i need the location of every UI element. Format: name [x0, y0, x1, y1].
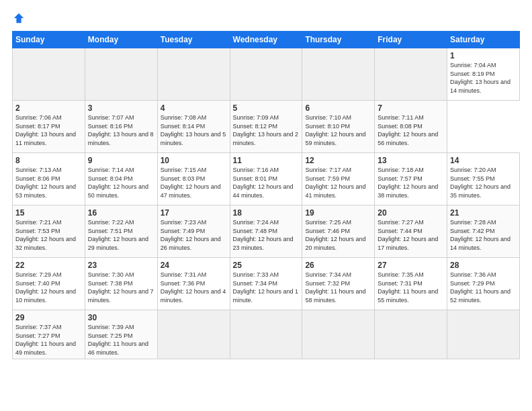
day-info: Sunrise: 7:14 AMSunset: 8:04 PMDaylight:…	[88, 166, 154, 199]
day-info: Sunrise: 7:09 AMSunset: 8:12 PMDaylight:…	[233, 113, 300, 147]
calendar-cell: 19Sunrise: 7:25 AMSunset: 7:46 PMDayligh…	[302, 205, 375, 258]
calendar-week-row: 15Sunrise: 7:21 AMSunset: 7:53 PMDayligh…	[13, 205, 520, 258]
day-info: Sunrise: 7:21 AMSunset: 7:53 PMDaylight:…	[15, 218, 82, 252]
calendar-cell: 3Sunrise: 7:07 AMSunset: 8:16 PMDaylight…	[85, 101, 157, 153]
day-number: 14	[450, 156, 517, 165]
calendar-cell: 11Sunrise: 7:16 AMSunset: 8:01 PMDayligh…	[230, 153, 302, 205]
day-info: Sunrise: 7:34 AMSunset: 7:32 PMDaylight:…	[305, 271, 371, 304]
calendar-header-cell: Wednesday	[230, 32, 302, 48]
day-number: 25	[233, 261, 300, 270]
calendar-cell	[302, 48, 375, 101]
day-info: Sunrise: 7:11 AMSunset: 8:08 PMDaylight:…	[378, 113, 444, 147]
calendar-cell: 20Sunrise: 7:27 AMSunset: 7:44 PMDayligh…	[375, 205, 447, 258]
day-number: 20	[378, 208, 444, 218]
calendar-cell: 5Sunrise: 7:09 AMSunset: 8:12 PMDaylight…	[230, 101, 302, 153]
day-number: 15	[15, 208, 82, 218]
day-info: Sunrise: 7:13 AMSunset: 8:06 PMDaylight:…	[15, 166, 82, 199]
calendar-header-row: SundayMondayTuesdayWednesdayThursdayFrid…	[13, 32, 520, 48]
day-number: 5	[233, 103, 300, 113]
calendar-cell: 29Sunrise: 7:37 AMSunset: 7:27 PMDayligh…	[13, 310, 85, 359]
day-number: 30	[88, 313, 154, 322]
calendar-cell	[375, 310, 447, 359]
calendar-cell: 15Sunrise: 7:21 AMSunset: 7:53 PMDayligh…	[13, 205, 85, 258]
logo-text	[12, 12, 26, 24]
day-number: 21	[450, 208, 517, 218]
calendar-week-row: 29Sunrise: 7:37 AMSunset: 7:27 PMDayligh…	[13, 310, 520, 359]
calendar-cell: 12Sunrise: 7:17 AMSunset: 7:59 PMDayligh…	[302, 153, 375, 205]
calendar-week-row: 22Sunrise: 7:29 AMSunset: 7:40 PMDayligh…	[13, 258, 520, 310]
calendar-cell: 27Sunrise: 7:35 AMSunset: 7:31 PMDayligh…	[375, 258, 447, 310]
day-number: 13	[378, 156, 444, 165]
calendar-cell: 4Sunrise: 7:08 AMSunset: 8:14 PMDaylight…	[157, 101, 230, 153]
calendar-cell: 22Sunrise: 7:29 AMSunset: 7:40 PMDayligh…	[13, 258, 85, 310]
logo	[12, 12, 26, 24]
calendar-cell: 25Sunrise: 7:33 AMSunset: 7:34 PMDayligh…	[230, 258, 302, 310]
svg-marker-0	[14, 13, 24, 23]
calendar-cell: 26Sunrise: 7:34 AMSunset: 7:32 PMDayligh…	[302, 258, 375, 310]
calendar-cell: 1Sunrise: 7:04 AMSunset: 8:19 PMDaylight…	[447, 48, 520, 101]
header	[12, 12, 520, 24]
calendar-cell: 6Sunrise: 7:10 AMSunset: 8:10 PMDaylight…	[302, 101, 375, 153]
calendar-cell	[13, 48, 85, 101]
day-number: 7	[378, 103, 444, 113]
day-number: 11	[233, 156, 300, 165]
day-info: Sunrise: 7:18 AMSunset: 7:57 PMDaylight:…	[378, 166, 444, 199]
calendar-cell	[157, 48, 230, 101]
day-info: Sunrise: 7:39 AMSunset: 7:25 PMDaylight:…	[88, 323, 154, 357]
calendar-cell: 13Sunrise: 7:18 AMSunset: 7:57 PMDayligh…	[375, 153, 447, 205]
calendar-cell	[447, 310, 520, 359]
day-number: 18	[233, 208, 300, 218]
calendar-cell	[302, 310, 375, 359]
calendar-cell: 24Sunrise: 7:31 AMSunset: 7:36 PMDayligh…	[157, 258, 230, 310]
day-number: 9	[88, 156, 154, 165]
day-number: 23	[88, 261, 154, 270]
calendar-week-row: 8Sunrise: 7:13 AMSunset: 8:06 PMDaylight…	[13, 153, 520, 205]
day-info: Sunrise: 7:23 AMSunset: 7:49 PMDaylight:…	[161, 218, 227, 252]
calendar-cell	[375, 48, 447, 101]
calendar-cell	[85, 48, 157, 101]
day-number: 19	[305, 208, 371, 218]
calendar-cell: 18Sunrise: 7:24 AMSunset: 7:48 PMDayligh…	[230, 205, 302, 258]
calendar-cell: 8Sunrise: 7:13 AMSunset: 8:06 PMDaylight…	[13, 153, 85, 205]
day-number: 4	[161, 103, 227, 113]
calendar-table: SundayMondayTuesdayWednesdayThursdayFrid…	[12, 31, 520, 359]
day-info: Sunrise: 7:35 AMSunset: 7:31 PMDaylight:…	[378, 271, 444, 304]
day-number: 29	[15, 313, 82, 322]
calendar-week-row: 1Sunrise: 7:04 AMSunset: 8:19 PMDaylight…	[13, 48, 520, 101]
day-info: Sunrise: 7:24 AMSunset: 7:48 PMDaylight:…	[233, 218, 300, 252]
day-info: Sunrise: 7:10 AMSunset: 8:10 PMDaylight:…	[305, 113, 371, 147]
calendar-cell: 21Sunrise: 7:28 AMSunset: 7:42 PMDayligh…	[447, 205, 520, 258]
day-info: Sunrise: 7:08 AMSunset: 8:14 PMDaylight:…	[161, 113, 227, 147]
calendar-cell: 30Sunrise: 7:39 AMSunset: 7:25 PMDayligh…	[85, 310, 157, 359]
day-info: Sunrise: 7:22 AMSunset: 7:51 PMDaylight:…	[88, 218, 154, 252]
day-info: Sunrise: 7:20 AMSunset: 7:55 PMDaylight:…	[450, 166, 517, 199]
calendar-week-row: 2Sunrise: 7:06 AMSunset: 8:17 PMDaylight…	[13, 101, 520, 153]
day-number: 10	[161, 156, 227, 165]
calendar-cell	[230, 48, 302, 101]
day-number: 6	[305, 103, 371, 113]
day-number: 1	[450, 51, 517, 60]
calendar-header-cell: Friday	[375, 32, 447, 48]
calendar-header-cell: Monday	[85, 32, 157, 48]
calendar-cell: 7Sunrise: 7:11 AMSunset: 8:08 PMDaylight…	[375, 101, 447, 153]
calendar-cell: 9Sunrise: 7:14 AMSunset: 8:04 PMDaylight…	[85, 153, 157, 205]
day-info: Sunrise: 7:06 AMSunset: 8:17 PMDaylight:…	[15, 113, 82, 147]
day-info: Sunrise: 7:27 AMSunset: 7:44 PMDaylight:…	[378, 218, 444, 252]
day-number: 2	[15, 103, 82, 113]
day-info: Sunrise: 7:30 AMSunset: 7:38 PMDaylight:…	[88, 271, 154, 304]
calendar-cell: 2Sunrise: 7:06 AMSunset: 8:17 PMDaylight…	[13, 101, 85, 153]
day-info: Sunrise: 7:29 AMSunset: 7:40 PMDaylight:…	[15, 271, 82, 304]
calendar-cell: 23Sunrise: 7:30 AMSunset: 7:38 PMDayligh…	[85, 258, 157, 310]
day-info: Sunrise: 7:37 AMSunset: 7:27 PMDaylight:…	[15, 323, 82, 357]
day-info: Sunrise: 7:17 AMSunset: 7:59 PMDaylight:…	[305, 166, 371, 199]
day-number: 8	[15, 156, 82, 165]
day-info: Sunrise: 7:36 AMSunset: 7:29 PMDaylight:…	[450, 271, 517, 304]
day-info: Sunrise: 7:25 AMSunset: 7:46 PMDaylight:…	[305, 218, 371, 252]
calendar-cell: 28Sunrise: 7:36 AMSunset: 7:29 PMDayligh…	[447, 258, 520, 310]
calendar-cell	[157, 310, 230, 359]
day-info: Sunrise: 7:04 AMSunset: 8:19 PMDaylight:…	[450, 61, 517, 95]
day-number: 17	[161, 208, 227, 218]
day-info: Sunrise: 7:16 AMSunset: 8:01 PMDaylight:…	[233, 166, 300, 199]
calendar-header-cell: Sunday	[13, 32, 85, 48]
calendar-page: SundayMondayTuesdayWednesdayThursdayFrid…	[0, 0, 532, 411]
